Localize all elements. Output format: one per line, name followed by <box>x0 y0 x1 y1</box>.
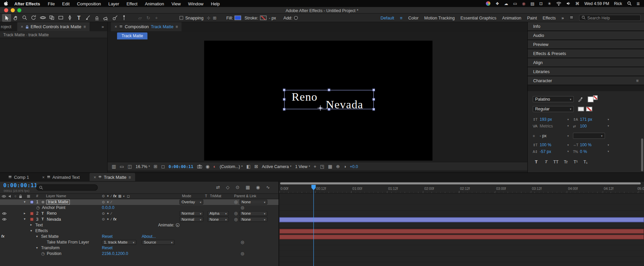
wifi-icon[interactable] <box>556 1 561 5</box>
property-pickwhip-icon[interactable] <box>241 252 245 256</box>
group-label[interactable]: Text <box>35 223 43 227</box>
clone-stamp-tool[interactable] <box>93 14 102 21</box>
trkmat-select[interactable]: Alpha <box>207 211 229 216</box>
panel-audio[interactable]: Audio <box>528 31 644 40</box>
group-label[interactable]: Effects <box>35 229 48 233</box>
animate-menu-icon[interactable]: ▸ <box>176 223 179 227</box>
exposure-icon[interactable] <box>343 164 346 169</box>
label-column-icon[interactable] <box>27 195 30 198</box>
baseline-shift-field[interactable]: -57 px <box>533 149 569 153</box>
orbit-camera-tool[interactable] <box>38 14 47 21</box>
close-tab-icon[interactable] <box>42 175 45 179</box>
number-column-header[interactable]: # <box>36 195 38 198</box>
layer-bar-track-matte[interactable] <box>279 217 644 222</box>
menu-edit[interactable]: Edit <box>58 1 73 6</box>
timeline-search-field[interactable] <box>36 184 98 191</box>
menu-help[interactable]: Help <box>207 1 224 6</box>
group-row-effects[interactable]: Effects <box>0 228 279 234</box>
layer-name[interactable]: Nevada <box>47 217 61 221</box>
blend-mode-select[interactable]: Normal <box>179 211 203 216</box>
property-pickwhip-icon[interactable] <box>241 206 245 210</box>
menu-animation[interactable]: Animation <box>141 1 168 6</box>
composition-navigator-tab[interactable]: Track Matte <box>117 33 148 40</box>
selection-tool[interactable] <box>2 14 11 21</box>
anchor-point-value[interactable]: 0.0,0.0 <box>102 206 114 210</box>
display-select-icon[interactable] <box>120 164 124 169</box>
snapshot-icon[interactable] <box>197 164 202 168</box>
trkmat-column-header[interactable]: TrkMat <box>210 195 221 198</box>
layer-name[interactable]: track Matte <box>46 200 70 205</box>
switches-column-header[interactable]: fx <box>102 195 130 198</box>
camera-select[interactable]: Active Camera <box>262 164 291 168</box>
panel-effects-presets[interactable]: Effects & Presets <box>528 49 644 58</box>
zoom-tool[interactable] <box>20 14 29 21</box>
region-of-interest-icon[interactable] <box>247 164 251 169</box>
group-row-transform[interactable]: Transform Reset <box>0 245 279 251</box>
parent-link-column-header[interactable]: Parent & Link <box>234 195 256 198</box>
composition-tab-name[interactable]: Track Matte <box>151 24 173 29</box>
apple-menu[interactable] <box>0 1 12 6</box>
menu-composition[interactable]: Composition <box>73 1 105 6</box>
snap-grid-icon[interactable] <box>213 15 217 20</box>
puppet-pin-tool[interactable] <box>119 14 128 21</box>
selection-handle[interactable] <box>373 98 375 101</box>
layer-switches[interactable]: fx <box>102 217 117 221</box>
twirl-open-icon[interactable] <box>24 201 25 204</box>
parent-select[interactable]: None <box>239 200 267 205</box>
menu-file[interactable]: File <box>44 1 59 6</box>
type-tool[interactable]: T <box>74 14 84 21</box>
stopwatch-icon[interactable] <box>41 252 45 256</box>
search-help-field[interactable] <box>579 14 641 20</box>
workspace-essential-graphics[interactable]: Essential Graphics <box>461 15 496 20</box>
stopwatch-icon[interactable] <box>36 206 40 210</box>
selection-handle[interactable] <box>283 89 285 91</box>
axis-mode-icon[interactable] <box>136 15 144 20</box>
add-menu-icon[interactable] <box>294 16 298 19</box>
group-label[interactable]: Transform <box>41 246 59 250</box>
panel-menu-icon[interactable] <box>636 78 639 83</box>
menu-effect[interactable]: Effect <box>123 1 141 6</box>
fill-color-swatch[interactable] <box>235 15 241 20</box>
tsume-field[interactable]: 0 % <box>573 149 609 153</box>
eraser-tool[interactable] <box>101 14 110 21</box>
all-caps-toggle[interactable]: TT <box>552 159 559 164</box>
draft-3d-icon[interactable] <box>226 185 229 190</box>
vertical-scale-field[interactable]: 100 % <box>533 143 569 147</box>
position-value[interactable]: 2156.0,1200.0 <box>102 252 128 256</box>
snap-option-icon[interactable] <box>207 15 210 20</box>
frame-blend-icon[interactable] <box>246 185 250 190</box>
show-snapshot-icon[interactable] <box>206 164 210 169</box>
property-label[interactable]: Anchor Point <box>42 206 65 210</box>
lock-column-icon[interactable] <box>19 195 22 198</box>
more-panels-icon[interactable]: » <box>102 24 107 29</box>
matte-layer-select[interactable]: 1. track Matte <box>102 240 137 245</box>
eye-icon[interactable] <box>2 212 6 215</box>
layer-name[interactable]: Reno <box>47 212 57 216</box>
twirl-open-icon[interactable] <box>36 235 38 238</box>
faux-bold-toggle[interactable]: T <box>533 159 540 164</box>
workspace-animation[interactable]: Animation <box>502 15 521 20</box>
volume-icon[interactable] <box>566 2 570 5</box>
horizontal-scale-field[interactable]: 100 % <box>573 143 609 147</box>
reset-link[interactable]: Reset <box>102 234 113 238</box>
comp-current-time[interactable]: 0:00:00:11 <box>169 164 194 168</box>
property-row-position[interactable]: Position 2156.0,1200.0 <box>0 251 279 257</box>
time-navigator-bar[interactable] <box>280 182 641 184</box>
view-layout-icon[interactable] <box>128 164 132 169</box>
show-channel-icon[interactable] <box>213 164 216 169</box>
layer-color-chip[interactable] <box>30 212 34 215</box>
layer-switches[interactable] <box>102 212 112 215</box>
exposure-value[interactable]: +0.0 <box>350 164 358 168</box>
current-time-display[interactable]: 0:00:00:11 <box>3 182 38 189</box>
pen-tool[interactable] <box>65 14 74 21</box>
selection-handle[interactable] <box>283 108 285 110</box>
panel-align[interactable]: Align <box>528 58 644 67</box>
panel-menu-icon[interactable] <box>175 24 178 29</box>
video-column-icon[interactable] <box>2 195 6 198</box>
effect-controls-tab-label[interactable]: Effect Controls track Matte <box>31 24 81 29</box>
timeline-search-input[interactable] <box>45 185 95 190</box>
fill-over-stroke-button[interactable] <box>578 107 584 111</box>
close-tab-icon[interactable] <box>21 24 23 29</box>
menu-clock[interactable]: Wed 4:59 PM <box>584 1 609 6</box>
panel-libraries[interactable]: Libraries <box>528 67 644 76</box>
